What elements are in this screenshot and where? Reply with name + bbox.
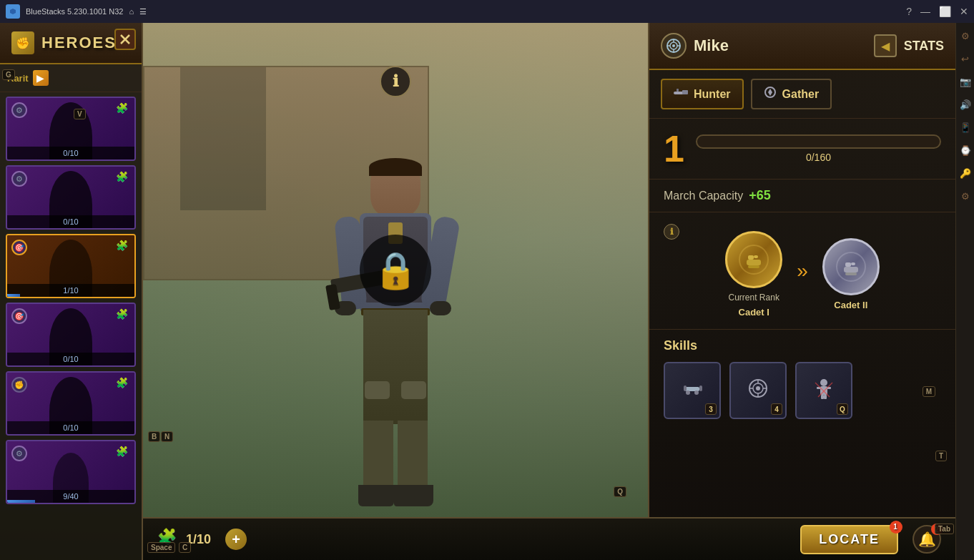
add-pieces-button[interactable]: + xyxy=(225,529,247,550)
svg-point-27 xyxy=(694,390,699,395)
hero-item-6[interactable]: ⚙ 🧩 9/40 xyxy=(6,440,136,504)
skills-grid: 3 4 xyxy=(664,362,941,419)
close-icon[interactable]: ✕ xyxy=(960,6,968,17)
skill-tabs: Hunter Gather xyxy=(649,70,955,119)
info-button[interactable]: ℹ xyxy=(380,66,411,97)
bs-ctrl-3[interactable]: 📷 xyxy=(958,74,973,89)
svg-point-37 xyxy=(820,379,827,386)
svg-rect-13 xyxy=(677,89,679,92)
level-progress-text: 0/160 xyxy=(696,152,941,163)
info-icon: ℹ xyxy=(393,72,398,91)
svg-rect-24 xyxy=(845,272,857,275)
hero-progress: 0/10 xyxy=(7,147,134,159)
march-capacity: March Capacity +65 xyxy=(649,180,955,212)
bluestacks-logo xyxy=(6,4,20,19)
level-progress: 0/160 xyxy=(696,134,941,163)
bs-ctrl-5[interactable]: 📱 xyxy=(958,120,973,134)
heroes-panel: ✊ HEROES Rarit ▶ ⚙ 🧩 xyxy=(0,23,143,560)
skill-icon-3 xyxy=(811,375,837,406)
lock-icon: 🔒 xyxy=(373,250,418,291)
hero-character-area: ℹ 🔒 xyxy=(143,23,648,517)
hero-right-boot xyxy=(394,485,433,506)
bs-ctrl-4[interactable]: 🔊 xyxy=(958,97,973,112)
current-rank-icon xyxy=(725,231,782,288)
svg-rect-12 xyxy=(682,90,688,94)
svg-rect-18 xyxy=(747,260,761,265)
skills-section: Skills 3 xyxy=(649,330,955,428)
bs-ctrl-6[interactable]: ⌚ xyxy=(958,143,973,157)
kb-v: V xyxy=(74,109,86,119)
skill-icon-2 xyxy=(745,375,771,406)
march-label: March Capacity xyxy=(664,190,743,202)
game-area: ✊ HEROES Rarit ▶ ⚙ 🧩 xyxy=(0,23,955,560)
maximize-icon[interactable]: ⬜ xyxy=(939,6,951,17)
next-rank-badge: Cadet II xyxy=(822,238,880,310)
hero-hair xyxy=(369,158,422,176)
rarity-dropdown[interactable]: ▶ xyxy=(33,70,49,86)
skills-title: Skills xyxy=(664,338,941,353)
lock-overlay: 🔒 xyxy=(360,235,431,306)
svg-point-32 xyxy=(756,386,760,390)
skill-number-1: 3 xyxy=(705,403,717,415)
stats-label: STATS xyxy=(904,39,944,54)
skill-number-q: Q xyxy=(837,403,848,415)
minimize-icon[interactable]: — xyxy=(920,6,930,17)
help-icon[interactable]: ? xyxy=(906,6,912,17)
kb-q: Q xyxy=(614,486,626,497)
hero-puzzle-icon: 🧩 xyxy=(116,102,130,117)
hero-badge: ⚙ xyxy=(11,171,27,187)
hero-item-2[interactable]: ⚙ 🧩 0/10 xyxy=(6,165,136,230)
rank-badges: Current Rank Cadet I » xyxy=(664,224,941,318)
hero-glove-right xyxy=(430,301,451,315)
tab-gather-label: Gather xyxy=(782,88,820,101)
skill-icon-1 xyxy=(679,375,705,406)
window-controls: ? — ⬜ ✕ xyxy=(906,6,968,17)
rank-progress-arrow: » xyxy=(797,260,808,283)
hero-name: Mike xyxy=(694,36,867,55)
hero-item-3[interactable]: 🎯 🧩 1/10 xyxy=(6,234,136,298)
svg-rect-22 xyxy=(851,262,855,265)
heroes-icon: ✊ xyxy=(11,31,34,54)
current-rank-label: Current Rank xyxy=(729,293,779,303)
bs-ctrl-2[interactable]: ↩ xyxy=(958,51,973,66)
kb-g: G xyxy=(2,69,15,80)
rank-info-icon[interactable]: ℹ xyxy=(664,224,679,240)
next-rank-icon xyxy=(822,238,880,295)
svg-rect-28 xyxy=(684,385,687,391)
tab-hunter[interactable]: Hunter xyxy=(661,79,744,109)
current-rank-name: Cadet I xyxy=(739,307,769,318)
home-icon[interactable]: ⌂ xyxy=(129,7,134,16)
hero-puzzle-icon: 🧩 xyxy=(116,240,130,254)
hero-item-4[interactable]: 🎯 🧩 0/10 xyxy=(6,303,136,367)
bs-ctrl-1[interactable]: ⚙ xyxy=(958,29,973,43)
bs-ctrl-7[interactable]: 🔑 xyxy=(958,166,973,180)
kb-space: Space xyxy=(147,542,175,553)
rank-section: ℹ Current Rank Ca xyxy=(649,212,955,330)
hero-progress: 0/10 xyxy=(7,353,134,365)
current-rank-badge: Current Rank Cadet I xyxy=(725,231,782,318)
tab-gather[interactable]: Gather xyxy=(751,79,832,109)
svg-point-26 xyxy=(686,390,690,395)
hero-progress: 9/40 xyxy=(7,490,134,503)
level-number: 1 xyxy=(664,130,684,167)
heroes-close-button[interactable] xyxy=(114,29,136,50)
hero-right-leg xyxy=(398,421,428,492)
skill-item-3[interactable]: 3 xyxy=(664,362,721,419)
hero-item-5[interactable]: ✊ 🧩 0/10 xyxy=(6,371,136,436)
hero-progress: 0/10 xyxy=(7,215,134,228)
rarity-filter: Rarit ▶ xyxy=(0,64,142,92)
app-title: BlueStacks 5.230.1001 N32 xyxy=(26,7,123,16)
locate-button[interactable]: LOCATE 1 xyxy=(800,525,898,554)
bs-ctrl-settings[interactable]: ⚙ xyxy=(958,189,973,203)
hero-left-boot xyxy=(358,485,394,506)
kb-n: N xyxy=(161,431,173,442)
hero-puzzle-icon: 🧩 xyxy=(116,171,130,185)
hero-target-icon xyxy=(661,33,687,59)
skill-item-q[interactable]: Q xyxy=(795,362,852,419)
back-button[interactable]: ◀ xyxy=(874,34,897,57)
skill-item-4[interactable]: 4 xyxy=(729,362,787,419)
menu-icon[interactable]: ☰ xyxy=(139,7,147,16)
stats-header: Mike ◀ STATS xyxy=(649,23,955,70)
skill-number-2: 4 xyxy=(771,403,782,415)
hero-item-1[interactable]: ⚙ 🧩 0/10 xyxy=(6,97,136,161)
